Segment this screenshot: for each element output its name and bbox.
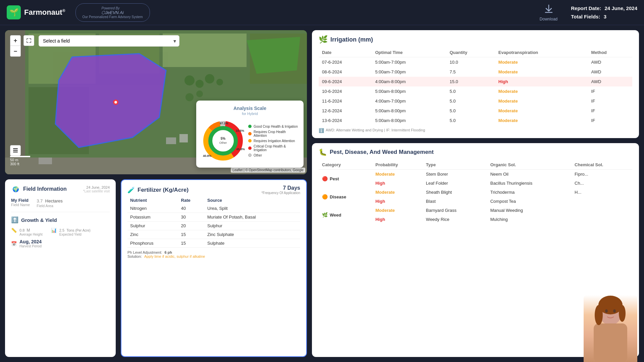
irrig-time: 5:00am-7:00pm	[372, 57, 446, 67]
fert-nutrient: Potassium	[127, 213, 178, 222]
scale-bar	[10, 156, 30, 157]
legend-item: Requires Irrigation Attention	[248, 139, 299, 143]
growth-stats: 📏 0.8 M Average Height 📊	[11, 227, 110, 236]
logo-reg: ®	[62, 8, 65, 13]
yield-number: 2.5	[59, 228, 64, 232]
jeevn-name: ⬡JeEVN Ai	[101, 10, 123, 15]
header: 🌱 Farmonaut® Powered By ⬡JeEVN Ai Our Pe…	[0, 0, 644, 25]
field-area-value: 3.7 Hectares	[37, 198, 63, 204]
irrigation-table-row: 10-6-2024 5:00am-8:00pm 5.0 Moderate IF	[319, 86, 632, 96]
calendar-icon: 📅	[11, 241, 17, 246]
irrigation-table-row: 11-6-2024 4:00am-7:00pm 5.0 Moderate IF	[319, 96, 632, 106]
pest-organic: Trichoderma	[487, 188, 571, 197]
pest-icon: 🐛	[319, 148, 327, 156]
legend-label-4: Critical Crop Health & Irrigation	[254, 144, 299, 152]
download-label: Download	[540, 17, 557, 21]
pest-organic: Compost Tea	[487, 197, 571, 206]
jeevn-powered: Powered By	[101, 6, 123, 10]
pest-probability: Moderate	[372, 206, 423, 215]
left-panel: + − Select a field	[5, 30, 307, 357]
field-info-panel: 🌍 Field Information 24 June, 2024 *Last …	[5, 179, 116, 357]
harvest-section: 📅 Aug, 2024 Harvest Period	[11, 239, 110, 248]
map-container: + − Select a field	[5, 30, 307, 174]
irrig-method: AWD	[588, 67, 632, 77]
zoom-out-button[interactable]: −	[10, 46, 21, 57]
pest-col-type: Type	[423, 160, 487, 170]
irrig-col-time: Optimal Time	[372, 48, 446, 57]
growth-section: ⬆️ Growth & Yield 📏 0.8 M Average Hei	[11, 212, 110, 248]
field-name-value: My Field	[11, 198, 30, 203]
pest-chemical	[571, 206, 632, 215]
map-scale: 50 m 300 ft	[10, 156, 30, 166]
map-layer-button[interactable]	[10, 145, 21, 156]
legend-dot-orange	[248, 132, 252, 135]
svg-point-29	[214, 132, 232, 149]
avg-height-stat: 📏 0.8 M Average Height	[11, 227, 43, 236]
irrig-evap: Moderate	[495, 96, 588, 106]
field-select-dropdown[interactable]: Select a field	[39, 35, 179, 47]
svg-rect-19	[39, 158, 52, 164]
svg-rect-23	[13, 152, 18, 153]
field-area-unit: Hectares	[45, 198, 63, 203]
fert-nutrient: Zinc	[127, 230, 178, 239]
irrig-evap: Moderate	[495, 57, 588, 67]
download-section[interactable]: Download	[540, 4, 557, 21]
pest-chemical	[571, 215, 632, 224]
legend-dot-green	[248, 125, 252, 128]
pest-organic: Neem Oil	[487, 170, 571, 179]
field-select-container: Select a field	[39, 35, 297, 47]
irrig-evap: Moderate	[495, 116, 588, 125]
map-expand-button[interactable]	[23, 35, 34, 46]
pest-table-body: 🔴Pest Moderate Stem Borer Neem Oil Fipro…	[319, 170, 632, 224]
pest-header: 🐛 Pest, Disease, And Weed Management	[319, 148, 632, 156]
field-stats: My Field Field Name 3.7 Hectares Field A…	[11, 198, 110, 208]
report-date-label: Report Date:	[571, 5, 601, 11]
irrig-evap: Moderate	[495, 106, 588, 116]
irrig-method: AWD	[588, 57, 632, 67]
fert-solution-value: Apply lime if acidic, sulphur if alkalin…	[144, 254, 205, 258]
irrig-date: 13-6-2024	[319, 116, 372, 125]
yield-info: 2.5 Tons (Per Acre) Expected Yield	[59, 227, 91, 236]
svg-point-37	[605, 309, 608, 313]
growth-icon: ⬆️	[11, 216, 18, 224]
field-area-label: Field Area	[37, 204, 63, 208]
irrigation-footnote-text: AWD: Alternate Wetting and Drying | IF: …	[326, 128, 425, 132]
fertilizer-title: Fertilizer (Kg/Acre)	[138, 187, 189, 193]
legend-dot-yellow	[248, 139, 252, 142]
field-info-icon: 🌍	[11, 184, 20, 194]
zoom-in-button[interactable]: +	[10, 35, 21, 46]
expected-yield-stat: 📊 2.5 Tons (Per Acre) Expected Yield	[51, 227, 91, 236]
pest-type: Weedy Rice	[423, 215, 487, 224]
irrig-qty: 10.0	[446, 57, 495, 67]
fert-col-nutrient: Nutrient	[127, 196, 178, 204]
total-fields-label: Total Fields:	[571, 14, 600, 19]
pest-title: Pest, Disease, And Weed Management	[330, 149, 434, 156]
fert-source: Urea, Split	[205, 204, 300, 213]
pest-col-probability: Probability	[372, 160, 423, 170]
irrig-evap: High	[495, 77, 588, 86]
svg-rect-17	[166, 137, 176, 144]
analysis-legend: Good Crop Health & Irrigation Requires C…	[248, 125, 299, 157]
pest-chemical: Fipro...	[571, 170, 632, 179]
download-icon	[543, 4, 554, 17]
legend-dot-gray	[248, 154, 252, 157]
growth-header: ⬆️ Growth & Yield	[11, 216, 110, 224]
irrig-method: IF	[588, 86, 632, 96]
irrig-method: IF	[588, 96, 632, 106]
pest-table: Category Probability Type Organic Sol. C…	[319, 160, 632, 224]
irrig-method: IF	[588, 106, 632, 116]
legend-label-3: Requires Irrigation Attention	[254, 139, 295, 143]
fert-table-row: Potassium 30 Muriate Of Potash, Basal	[127, 213, 300, 222]
legend-label-5: Other	[254, 154, 262, 157]
fert-nutrient: Sulphur	[127, 222, 178, 230]
fert-col-source: Source	[205, 196, 300, 204]
irrig-col-qty: Quantity	[446, 48, 495, 57]
jeevn-sub: Our Personalized Farm Advisory System	[83, 15, 143, 19]
fert-table-row: Sulphur 20 Sulphur	[127, 222, 300, 230]
pest-probability: High	[372, 215, 423, 224]
harvest-period-value: Aug, 2024	[19, 239, 42, 244]
pest-header-row: Category Probability Type Organic Sol. C…	[319, 160, 632, 170]
pest-chemical	[571, 197, 632, 206]
legend-item: Critical Crop Health & Irrigation	[248, 144, 299, 152]
height-info: 0.8 M Average Height	[19, 227, 43, 236]
